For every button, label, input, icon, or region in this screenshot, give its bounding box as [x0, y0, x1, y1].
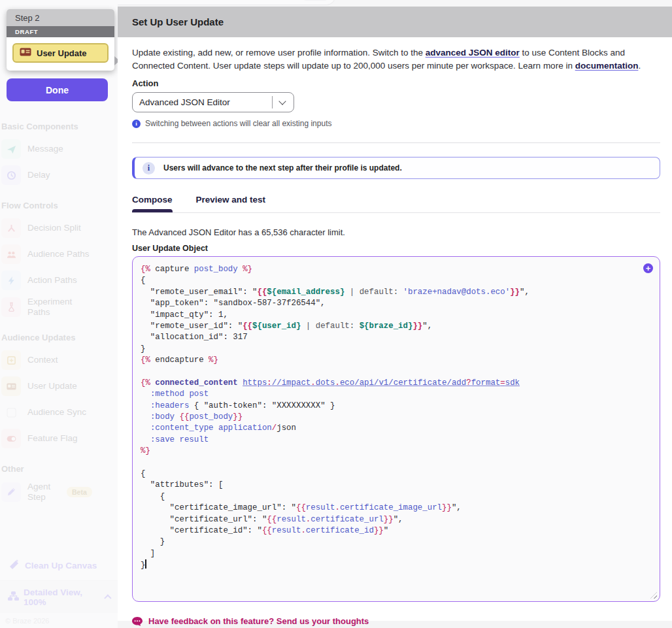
- split-icon: [1, 218, 21, 238]
- info-banner-text: Users will advance to the next step afte…: [163, 163, 402, 173]
- code-line: }: [141, 344, 644, 355]
- sidebar-item-action-paths[interactable]: Action Paths: [1, 268, 111, 293]
- code-line: {: [141, 275, 644, 286]
- chevron-down-icon: [278, 97, 286, 105]
- code-line: :save result: [141, 435, 644, 446]
- sidebar-item-label: Agent Step: [27, 482, 56, 502]
- code-line: "certificate_url": "{{result.certificate…: [141, 514, 644, 525]
- section-heading-flow-controls: Flow Controls: [1, 201, 111, 210]
- code-line: "attributes": [: [141, 480, 644, 491]
- send-icon: [1, 139, 21, 159]
- sidebar-item-audience-paths[interactable]: Audience Paths: [1, 242, 111, 267]
- action-switch-note: i Switching between actions will clear a…: [132, 119, 660, 128]
- clock-icon: [1, 165, 21, 185]
- code-line: "allocation_id": 317: [141, 332, 644, 343]
- code-line: :content_type application/json: [141, 423, 644, 434]
- code-line: {% connected_content https://impact.dots…: [141, 378, 644, 389]
- panel-header: Set Up User Update: [118, 7, 672, 37]
- sidebar-item-label: Context: [27, 355, 58, 365]
- magic-wand-icon: [9, 559, 20, 572]
- code-line: :headers { "auth-token": "XXXXXXXXX" }: [141, 401, 644, 412]
- clean-up-canvas-button[interactable]: Clean Up Canvas: [9, 559, 97, 572]
- step-title: Step 2: [7, 9, 114, 26]
- context-icon: [1, 350, 21, 370]
- section-heading-audience-updates: Audience Updates: [1, 333, 111, 342]
- id-card-icon: [20, 47, 31, 59]
- step-popover: Step 2 DRAFT User Update Done: [7, 9, 114, 101]
- code-line: %}: [141, 446, 644, 457]
- code-line: }: [141, 537, 644, 548]
- section-heading-other: Other: [1, 464, 111, 474]
- feedback-row: Have feedback on this feature? Send us y…: [132, 616, 660, 626]
- id-card-icon: [1, 376, 21, 396]
- flask-icon: [1, 297, 21, 317]
- sidebar-item-label: Message: [27, 144, 63, 154]
- code-line: "app_token": "sandbox-587-37f26544",: [141, 298, 644, 309]
- component-sidebar: Basic ComponentsMessageDelayFlow Control…: [0, 0, 118, 628]
- resize-handle[interactable]: [650, 592, 657, 599]
- speech-bubble-icon: [132, 617, 143, 626]
- sidebar-item-label: Delay: [27, 170, 50, 180]
- code-line: "remote_user_id": "{{${user_id} | defaul…: [141, 321, 644, 332]
- code-line: {% endcapture %}: [141, 355, 644, 366]
- info-icon: i: [143, 162, 155, 174]
- sidebar-item-audience-sync[interactable]: Audience Sync: [1, 400, 111, 425]
- audience-icon: [1, 244, 21, 264]
- sitemap-icon: [8, 591, 19, 603]
- feedback-link[interactable]: Have feedback on this feature? Send us y…: [148, 616, 369, 626]
- documentation-link[interactable]: documentation: [575, 61, 639, 71]
- sidebar-item-label: Feature Flag: [27, 433, 78, 444]
- step-node-label: User Update: [37, 48, 87, 58]
- description-text: Update existing, add new, or remove user…: [132, 48, 426, 58]
- sidebar-item-feature-flag[interactable]: Feature Flag: [1, 426, 111, 451]
- select-divider: [272, 96, 273, 108]
- code-line: {% capture post_body %}: [141, 264, 644, 275]
- beta-badge: Beta: [67, 487, 92, 497]
- sidebar-item-delay[interactable]: Delay: [1, 163, 111, 188]
- info-icon: i: [132, 120, 141, 128]
- user-update-object-label: User Update Object: [132, 244, 660, 253]
- tab-bar: ComposePreview and test: [132, 195, 660, 213]
- detailed-view-toggle[interactable]: Detailed View, 100%: [0, 580, 118, 613]
- tab-preview-and-test[interactable]: Preview and test: [196, 195, 266, 212]
- divider: [132, 142, 660, 143]
- code-line: [141, 367, 644, 378]
- lightning-icon: [1, 271, 21, 290]
- sidebar-item-message[interactable]: Message: [1, 137, 111, 161]
- sidebar-item-agent-step[interactable]: Agent StepBeta: [1, 479, 111, 504]
- code-line: {: [141, 469, 644, 480]
- sidebar-item-label: User Update: [27, 381, 77, 391]
- description-text: .: [638, 61, 641, 71]
- user-update-object-editor[interactable]: + {% capture post_body %}{ "remote_user_…: [132, 256, 660, 602]
- code-line: "certificate_id": "{{result.certificate_…: [141, 525, 644, 537]
- action-select[interactable]: Advanced JSON Editor: [132, 92, 294, 112]
- section-heading-basic-components: Basic Components: [1, 122, 111, 131]
- action-label: Action: [132, 78, 660, 88]
- tab-compose[interactable]: Compose: [132, 195, 173, 212]
- search-shortcut: ⌘+K: [303, 0, 328, 1]
- insert-personalization-button[interactable]: +: [643, 263, 653, 273]
- action-selected-value: Advanced JSON Editor: [139, 97, 230, 107]
- code-line: "certificate_image_url": "{{result.certi…: [141, 503, 644, 514]
- code-line: ]: [141, 548, 644, 559]
- sidebar-item-context[interactable]: Context: [1, 348, 111, 372]
- text-cursor: [145, 559, 146, 569]
- done-button[interactable]: Done: [7, 78, 108, 101]
- sidebar-item-label: Experiment Paths: [27, 297, 93, 317]
- code-line: }: [141, 559, 644, 570]
- status-badge: DRAFT: [7, 26, 114, 37]
- toggle-icon: [1, 429, 21, 448]
- code-line: [141, 457, 644, 469]
- user-update-step-node[interactable]: User Update: [12, 43, 109, 63]
- code-line: {: [141, 491, 644, 503]
- advanced-json-editor-link[interactable]: advanced JSON editor: [426, 48, 520, 58]
- sidebar-item-decision-split[interactable]: Decision Split: [1, 216, 111, 240]
- sidebar-item-label: Action Paths: [27, 275, 77, 286]
- chevron-up-icon: [104, 595, 111, 602]
- description: Update existing, add new, or remove user…: [132, 46, 660, 73]
- sidebar-item-experiment-paths[interactable]: Experiment Paths: [1, 294, 111, 320]
- sidebar-item-label: Audience Sync: [27, 407, 86, 418]
- code-line: "impact_qty": 1,: [141, 310, 644, 321]
- sidebar-item-user-update[interactable]: User Update: [1, 374, 111, 399]
- character-limit-note: The Advanced JSON Editor has a 65,536 ch…: [132, 227, 660, 237]
